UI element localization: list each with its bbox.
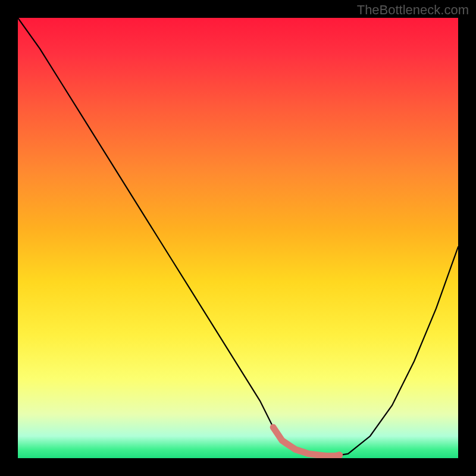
bottleneck-curve — [18, 18, 458, 456]
watermark-text: TheBottleneck.com — [357, 2, 469, 18]
curve-svg — [18, 18, 458, 458]
plot-area — [18, 18, 458, 458]
highlight-segment — [273, 427, 339, 456]
